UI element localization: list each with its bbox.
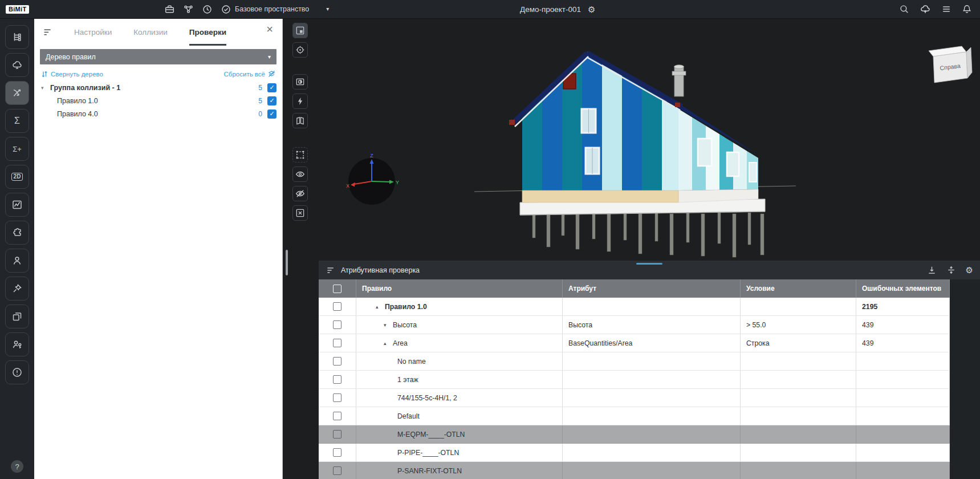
exclamation-circle-icon: [11, 367, 23, 378]
eye-off-icon: [295, 189, 305, 198]
section-button[interactable]: [292, 113, 308, 128]
caret-up-icon[interactable]: ▴: [376, 304, 385, 310]
topbar: BiMiT Базовое пространство ▾ Демо-проект…: [0, 0, 980, 19]
tree-checkbox[interactable]: ✓: [267, 96, 276, 105]
tree-checkbox[interactable]: ✓: [267, 83, 276, 92]
row-checkbox[interactable]: [333, 375, 341, 384]
question-icon: ?: [15, 462, 19, 471]
check-icon: ✓: [269, 84, 274, 91]
row-checkbox[interactable]: [333, 412, 341, 420]
cloud-sync-icon: [11, 59, 23, 71]
tree-actions: Свернуть дерево Сбросить всё: [41, 70, 275, 78]
show-elements-button[interactable]: [292, 167, 308, 182]
rail-structure-button[interactable]: [5, 25, 29, 49]
tree-item-rule-1[interactable]: Правило 1.0 5 ✓: [34, 94, 282, 107]
rail-packages-button[interactable]: [5, 305, 29, 328]
tab-checks[interactable]: Проверки: [189, 19, 226, 46]
caret-up-icon[interactable]: ▴: [384, 340, 393, 346]
list-button[interactable]: [941, 4, 951, 14]
table-settings-button[interactable]: ⚙: [966, 266, 973, 274]
app-logo: BiMiT: [6, 5, 29, 14]
locate-button[interactable]: [292, 42, 308, 58]
row-checkbox[interactable]: [333, 320, 341, 329]
rail-plugins-button[interactable]: [5, 221, 29, 245]
table-row-selected[interactable]: P-SANR-FIXT-OTLN: [319, 462, 980, 479]
row-checkbox[interactable]: [333, 448, 341, 457]
table-row[interactable]: ▴Area BaseQuantities/Area Строка 439: [319, 334, 980, 352]
quick-actions-button[interactable]: [292, 94, 308, 109]
row-checkbox[interactable]: [333, 466, 341, 475]
project-title: Демо-проект-001: [520, 5, 581, 14]
table-row[interactable]: No name: [319, 352, 980, 371]
close-panel-button[interactable]: ×: [266, 23, 273, 35]
panel-menu-button[interactable]: [326, 266, 335, 275]
rail-sum-button[interactable]: Σ: [5, 109, 29, 133]
axis-x-label: X: [346, 183, 349, 189]
rules-tree-dropdown[interactable]: Дерево правил ▾: [40, 49, 276, 64]
house-piles: [532, 213, 764, 257]
history-button[interactable]: [202, 4, 213, 15]
panel-menu-button[interactable]: [43, 27, 52, 37]
rail-pins-button[interactable]: [5, 277, 29, 301]
table-row-selected[interactable]: M-EQPM-____-OTLN: [319, 425, 980, 444]
help-button[interactable]: ?: [11, 460, 23, 473]
rule-condition: [741, 298, 856, 316]
puzzle-icon: [11, 227, 23, 238]
team-button[interactable]: [183, 4, 194, 15]
search-button[interactable]: [899, 4, 909, 14]
rail-sum-plus-button[interactable]: Σ+: [5, 137, 29, 161]
align-bottom-button[interactable]: [927, 265, 937, 275]
tree-checkbox[interactable]: ✓: [267, 109, 276, 119]
project-settings-button[interactable]: ⚙: [588, 5, 595, 14]
render-mode-icon: [295, 77, 305, 87]
table-row[interactable]: P-PIPE-____-OTLN: [319, 444, 980, 462]
notifications-button[interactable]: [962, 4, 972, 14]
rail-users-button[interactable]: [5, 249, 29, 273]
rail-graphs-button[interactable]: [5, 193, 29, 217]
collapse-tree-link[interactable]: Свернуть дерево: [41, 71, 103, 78]
rail-access-button[interactable]: [5, 332, 29, 356]
hide-elements-button[interactable]: [292, 186, 308, 201]
panel-drag-handle[interactable]: [636, 263, 662, 265]
row-checkbox[interactable]: [333, 302, 341, 311]
row-checkbox[interactable]: [333, 357, 341, 366]
attribute-check-panel: Атрибутивная проверка ⚙ Правило Атрибут …: [319, 261, 980, 479]
tab-collisions[interactable]: Коллизии: [133, 19, 168, 46]
approve-button[interactable]: [221, 4, 231, 15]
render-mode-button[interactable]: [292, 74, 308, 90]
row-checkbox[interactable]: [333, 339, 341, 347]
rail-clash-check-button[interactable]: [5, 81, 29, 105]
caret-down-icon[interactable]: ▾: [41, 85, 50, 91]
row-checkbox[interactable]: [333, 393, 341, 402]
select-all-checkbox[interactable]: [333, 285, 341, 293]
table-row[interactable]: ▾Высота Высота > 55.0 439: [319, 316, 980, 334]
caret-down-icon[interactable]: ▾: [384, 322, 393, 328]
viewport-3d[interactable]: X Y Z Справа: [283, 19, 980, 479]
row-checkbox[interactable]: [333, 430, 341, 439]
selection-box-button[interactable]: [292, 147, 308, 163]
clear-selection-button[interactable]: [292, 205, 308, 221]
reset-all-link[interactable]: Сбросить всё: [224, 70, 275, 78]
table-row[interactable]: 744/155-5c-4Н/1, 2: [319, 389, 980, 407]
workspace-dropdown[interactable]: Базовое пространство ▾: [235, 5, 329, 13]
rail-cloud-sync-button[interactable]: [5, 53, 29, 77]
tab-settings[interactable]: Настройки: [74, 19, 112, 46]
deselect-layers-icon: [268, 70, 275, 78]
fit-vertical-button[interactable]: [946, 265, 956, 275]
tree-item-group[interactable]: ▾ Группа коллизий - 1 5 ✓: [34, 81, 282, 94]
toolbox-button[interactable]: [164, 4, 175, 15]
panel-scrollbar-thumb[interactable]: [286, 250, 288, 275]
rail-issues-button[interactable]: [5, 360, 29, 384]
topbar-tools: [164, 4, 231, 15]
table-row[interactable]: 1 этаж: [319, 371, 980, 389]
rail-2d-view-button[interactable]: 2D: [5, 165, 29, 189]
nav-cube[interactable]: Справа: [929, 46, 972, 83]
rule-attribute: [563, 298, 741, 316]
table-row[interactable]: ▴Правило 1.0 2195: [319, 298, 980, 316]
cloud-publish-button[interactable]: [920, 3, 931, 15]
rule-attribute: BaseQuantities/Area: [563, 334, 741, 352]
fit-selection-button[interactable]: [292, 23, 308, 38]
tree-item-rule-4[interactable]: Правило 4.0 0 ✓: [34, 107, 282, 120]
table-row[interactable]: Default: [319, 407, 980, 425]
orientation-axes-gizmo[interactable]: X Y Z: [346, 153, 399, 205]
